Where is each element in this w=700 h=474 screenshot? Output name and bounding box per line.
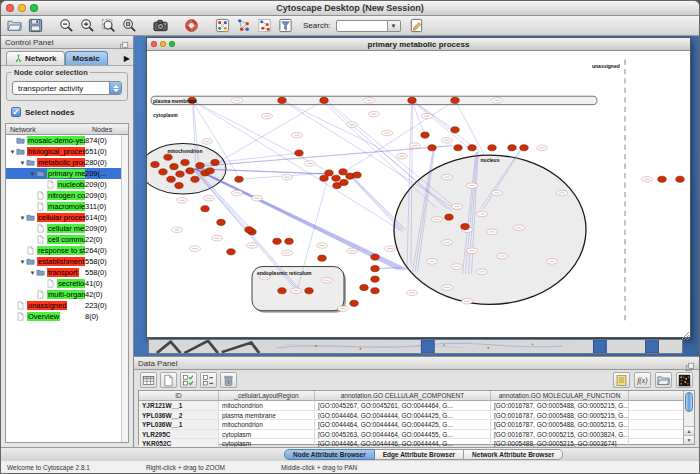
vizmapper-icon[interactable] [213,17,232,35]
network-canvas[interactable]: plasma membranecytoplasmmitochondrionnuc… [147,51,690,337]
network-node[interactable] [445,214,453,220]
layout-network-1-icon[interactable] [234,17,253,35]
tree-row[interactable]: multi-organism pro42(0) [6,289,121,300]
delete-attribute-icon[interactable] [220,372,237,388]
network-node[interactable] [227,249,235,255]
network-node[interactable] [305,288,313,294]
layout-network-2-icon[interactable] [255,17,274,35]
tab-edge-attribute-browser[interactable]: Edge Attribute Browser [375,449,464,460]
tab-network-attribute-browser[interactable]: Network Attribute Browser [464,449,563,460]
open-folder-icon[interactable] [655,372,672,388]
network-node[interactable] [201,206,209,212]
network-node[interactable] [320,175,328,181]
network-node[interactable] [295,150,303,156]
save-icon[interactable] [26,17,45,35]
network-node[interactable] [273,238,281,244]
network-node[interactable] [211,159,219,165]
tree-row[interactable]: ▼establishment of lo558(0) [6,256,121,267]
network-node[interactable] [350,300,358,306]
network-node[interactable] [278,288,286,294]
filter-icon[interactable] [276,17,295,35]
network-node[interactable] [170,164,178,170]
node-color-dropdown[interactable]: transporter activity [12,81,122,95]
network-node[interactable] [196,163,204,169]
network-node[interactable] [175,183,183,189]
network-node[interactable] [278,97,286,103]
table-row[interactable]: YPL036W__2plasma membrane[GO:0044464, GO… [139,411,683,421]
network-node[interactable] [508,145,516,151]
network-node[interactable] [235,176,243,182]
attribute-table[interactable]: ID_cellularLayoutRegionannotation.GO CEL… [139,391,683,444]
tree-row[interactable]: ▼transport558(0) [6,267,121,278]
new-attribute-icon[interactable] [160,372,177,388]
network-node[interactable] [676,176,684,182]
network-node[interactable] [181,159,189,165]
table-column-header[interactable]: annotation.GO CELLULAR_COMPONENT [315,391,491,400]
network-node[interactable] [371,276,379,282]
tree-row[interactable]: ▼metabolic process280(0) [6,157,121,168]
network-node[interactable] [353,172,361,178]
search-input[interactable] [336,20,388,32]
network-node[interactable] [520,145,528,151]
network-node[interactable] [488,145,496,151]
matrix-icon[interactable] [676,372,693,388]
network-graph[interactable]: plasma membranecytoplasmmitochondrionnuc… [147,51,690,337]
tab-node-attribute-browser[interactable]: Node Attribute Browser [284,449,375,460]
attribute-table-icon[interactable] [140,372,157,388]
select-nodes-checkbox[interactable]: ✓ [11,107,21,117]
select-attributes-icon[interactable] [180,372,197,388]
scroll-down-button[interactable]: ▼ [684,435,694,444]
network-node[interactable] [191,176,199,182]
network-node[interactable] [167,176,175,182]
tree-row[interactable]: ▼primary metabo209(... [6,168,121,179]
tab-network[interactable]: Network [6,51,65,65]
network-node[interactable] [371,266,379,272]
network-node[interactable] [360,285,368,291]
network-node[interactable] [206,168,214,174]
network-node[interactable] [421,132,429,138]
zoom-fit-icon[interactable] [99,17,118,35]
table-scrollbar[interactable]: ▲ ▼ [683,391,694,444]
help-icon[interactable] [182,17,201,35]
tree-row[interactable]: secretion41(0) [6,278,121,289]
tree-row[interactable]: nucleobase-co209(0) [6,179,121,190]
network-node[interactable] [151,162,159,168]
network-node[interactable] [658,176,666,182]
annotation-icon[interactable] [407,17,426,35]
scrollbar-thumb[interactable] [685,392,693,412]
tree-row[interactable]: Overview8(0) [6,311,121,322]
network-node[interactable] [468,145,476,151]
network-node[interactable] [164,154,172,160]
tree-expander-icon[interactable]: ▼ [19,215,26,221]
network-node[interactable] [371,288,379,294]
open-file-icon[interactable] [5,17,24,35]
tree-row[interactable]: ▼biological_process651(0) [6,146,121,157]
network-node[interactable] [371,254,379,260]
table-row[interactable]: YLR295Ccytoplasm[GO:0045263, GO:0044464,… [139,430,683,440]
network-node[interactable] [428,145,436,151]
network-node[interactable] [318,255,326,261]
tree-scrollbar[interactable] [121,135,128,442]
window-resize-grip[interactable] [680,327,690,337]
search-dropdown-button[interactable]: ▼ [388,20,401,32]
snapshot-icon[interactable] [151,17,170,35]
network-node[interactable] [451,97,459,103]
network-node[interactable] [320,97,328,103]
tree-row[interactable]: cell communicat22(0) [6,234,121,245]
tree-expander-icon[interactable]: ▼ [9,149,16,155]
zoom-in-icon[interactable] [78,17,97,35]
table-row[interactable]: YPL036W__1mitochondrion[GO:0044464, GO:0… [139,420,683,430]
tree-row[interactable]: mosaic-demo-yeast874(0) [6,135,121,146]
network-node[interactable] [245,227,253,233]
function-icon[interactable]: f(x) [634,372,651,388]
network-node[interactable] [176,171,184,177]
tree-row[interactable]: nitrogen compo209(0) [6,190,121,201]
scroll-up-button[interactable]: ▲ [684,426,694,435]
table-row[interactable]: YJR121W__1mitochondrion[GO:0045267, GO:0… [139,401,683,411]
tree-row[interactable]: response to stimulu264(0) [6,245,121,256]
network-node[interactable] [186,168,194,174]
tree-expander-icon[interactable]: ▼ [29,171,36,177]
network-node[interactable] [332,175,340,181]
tab-mosaic[interactable]: Mosaic [65,51,108,65]
network-node[interactable] [461,224,469,230]
